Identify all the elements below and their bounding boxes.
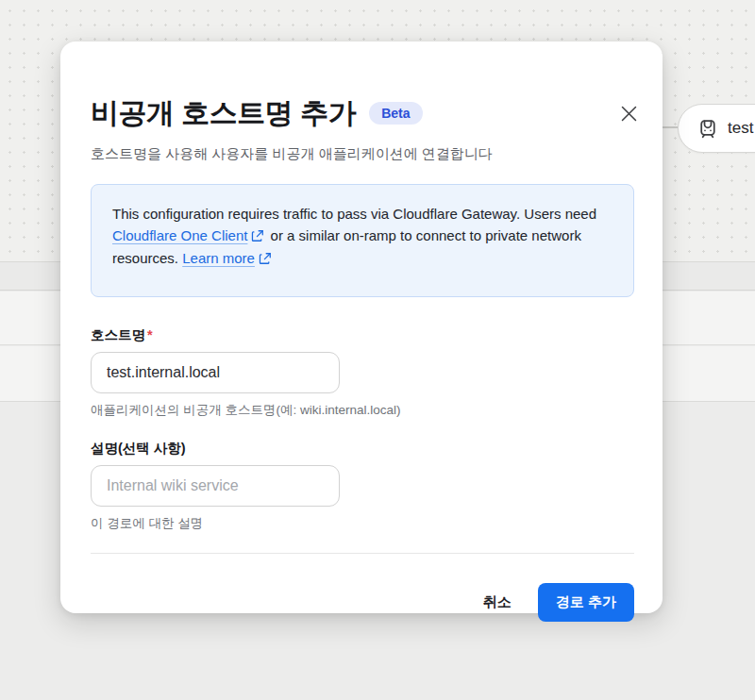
close-icon [621,106,637,122]
learn-more-link[interactable]: Learn more [182,250,255,266]
add-private-hostname-modal: 비공개 호스트명 추가 Beta 호스트명을 사용해 사용자를 비공개 애플리케… [60,42,663,613]
gateway-info-box: This configuration requires traffic to p… [91,184,634,297]
modal-subtitle: 호스트명을 사용해 사용자를 비공개 애플리케이션에 연결합니다 [91,145,634,163]
description-help: 이 경로에 대한 설명 [91,515,634,532]
description-label: 설명(선택 사항) [91,440,634,458]
modal-title: 비공개 호스트명 추가 [91,96,356,130]
diagram-node-test[interactable]: test [678,104,755,153]
hostname-input[interactable] [91,352,340,393]
beta-badge: Beta [369,102,422,125]
close-button[interactable] [613,98,644,128]
footer-divider [91,553,634,554]
description-input[interactable] [91,465,340,507]
add-route-button[interactable]: 경로 추가 [538,583,634,622]
hostname-label: 호스트명* [91,326,634,344]
cancel-button[interactable]: 취소 [468,584,527,621]
screen: test 비공개 호스트명 추가 Beta 호스트명을 사용해 사용자를 비공개… [0,0,755,700]
required-asterisk: * [147,327,153,342]
hostname-help: 애플리케이션의 비공개 호스트명(예: wiki.internal.local) [91,402,634,419]
modal-footer: 취소 경로 추가 [91,583,634,622]
train-icon [697,118,718,139]
node-label: test [728,119,753,138]
external-link-icon [251,227,264,249]
cloudflare-one-client-link[interactable]: Cloudflare One Client [112,227,247,243]
info-text: This configuration requires traffic to p… [112,206,596,222]
external-link-icon [259,250,272,272]
